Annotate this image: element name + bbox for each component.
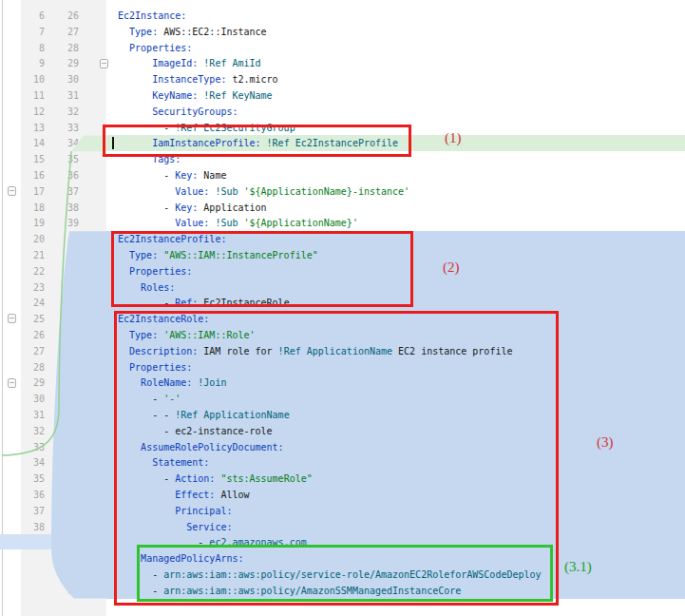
line-number-new: 58: [49, 519, 79, 535]
line-number-old: 12: [21, 104, 45, 120]
line-number-old: 19: [21, 215, 45, 231]
line-number-new: 33: [49, 120, 79, 136]
line-number-old: 9: [21, 55, 45, 71]
line-number-old: 18: [21, 200, 45, 216]
code-token: Name: [198, 170, 226, 181]
fold-marker-icon[interactable]: [100, 59, 108, 68]
line-number-new: 56: [49, 487, 79, 503]
line-number-new: 30: [49, 71, 79, 87]
code-text: ImageId: !Ref AmiId: [112, 55, 261, 71]
line-number-old: 6: [21, 8, 45, 24]
line-number-old: 14: [21, 135, 45, 151]
line-number-old: 35: [21, 471, 45, 487]
line-number-new: 36: [49, 167, 79, 183]
line-number-new: 54: [49, 454, 79, 471]
fold-marker-icon[interactable]: [8, 186, 16, 196]
code-line-38[interactable]: 1838 - Key: Application: [0, 200, 685, 216]
annotation-box-1: [103, 125, 411, 157]
line-number-new: 45: [49, 311, 79, 327]
code-line-30[interactable]: 1030 InstanceType: t2.micro: [0, 71, 685, 87]
code-token: ImageId:: [152, 58, 198, 68]
diff-editor: 626 Ec2Instance:727 Type: AWS::EC2::Inst…: [0, 0, 685, 616]
code-line-37[interactable]: 1737 Value: !Sub '${ApplicationName}-ins…: [0, 183, 685, 200]
line-number-old: 32: [21, 423, 45, 439]
code-text: SecurityGroups:: [112, 104, 238, 120]
code-text: Value: !Sub '${ApplicationName}': [112, 215, 358, 231]
code-token: Key:: [175, 170, 198, 181]
code-token: !Sub: [209, 218, 238, 228]
code-token: '${ApplicationName}-instance': [238, 186, 409, 197]
code-line-32[interactable]: 1232 SecurityGroups:: [0, 104, 685, 120]
line-number-new: 46: [49, 327, 79, 343]
code-token: Value:: [175, 186, 209, 197]
code-line-28[interactable]: 828 Properties:: [0, 40, 685, 56]
code-text: InstanceType: t2.micro: [112, 71, 278, 87]
annotation-box-2: [111, 231, 413, 307]
code-token: -: [163, 170, 175, 181]
code-token: Type:: [129, 27, 158, 37]
line-number-new: 26: [49, 8, 79, 24]
line-number-new: 53: [49, 439, 79, 455]
line-number-old: 15: [21, 151, 45, 167]
line-number-new: 38: [49, 200, 79, 216]
line-number-old: 29: [21, 375, 45, 391]
code-line-26[interactable]: 626 Ec2Instance:: [0, 8, 685, 24]
line-number-old: 22: [21, 263, 45, 279]
line-number-new: 37: [49, 183, 79, 200]
line-number-old: 34: [21, 454, 45, 471]
code-token: Ec2Instance:: [118, 10, 186, 21]
line-number-new: 40: [49, 231, 79, 247]
line-number-old: 39: [21, 534, 45, 550]
annotation-label-(3): (3): [597, 435, 614, 450]
line-number-old: 10: [21, 71, 45, 87]
line-number-old: 37: [21, 503, 45, 519]
line-number-new: 51: [49, 407, 79, 423]
code-text: Ec2Instance:: [112, 8, 186, 24]
line-number-old: 31: [21, 407, 45, 423]
line-number-new: 39: [49, 215, 79, 231]
line-number-new: 27: [49, 24, 79, 40]
line-number-old: 28: [21, 359, 45, 375]
line-number-new: 59: [49, 534, 79, 550]
fold-marker-icon[interactable]: [8, 378, 16, 388]
code-line-31[interactable]: 1131 KeyName: !Ref KeyName: [0, 87, 685, 104]
line-number-old: 20: [21, 231, 45, 247]
code-line-27[interactable]: 727 Type: AWS::EC2::Instance: [0, 24, 685, 40]
line-number-new: 52: [49, 423, 79, 439]
line-number-old: 26: [21, 327, 45, 343]
annotation-box-3.1: [137, 545, 553, 602]
line-number-old: 27: [21, 343, 45, 359]
code-token: '${ApplicationName}': [238, 218, 357, 228]
line-number-new: 49: [49, 375, 79, 391]
line-number-old: 13: [21, 120, 45, 136]
fold-marker-icon[interactable]: [8, 314, 16, 323]
line-number-new: 28: [49, 40, 79, 56]
line-number-new: 47: [49, 343, 79, 359]
line-number-new: 57: [49, 503, 79, 519]
line-number-new: 62: [49, 583, 79, 599]
line-number-old: 21: [21, 247, 45, 263]
code-token: t2.micro: [226, 74, 277, 85]
line-number-old: 23: [21, 279, 45, 296]
code-token: Application: [198, 202, 266, 213]
line-number-new: 41: [49, 247, 79, 263]
code-token: AWS::EC2::Instance: [158, 27, 266, 37]
code-token: Value:: [175, 218, 209, 228]
code-line-36[interactable]: 1636 - Key: Name: [0, 167, 685, 183]
line-number-old: 16: [21, 167, 45, 183]
code-token: !Sub: [209, 186, 238, 197]
line-number-new: 55: [49, 471, 79, 487]
annotation-label-(3.1): (3.1): [564, 560, 592, 574]
line-number-old: 33: [21, 439, 45, 455]
line-number-new: 60: [49, 550, 79, 567]
code-text: Value: !Sub '${ApplicationName}-instance…: [112, 183, 409, 200]
line-number-old: 8: [21, 40, 45, 56]
line-number-new: 44: [49, 295, 79, 311]
line-number-new: 29: [49, 55, 79, 71]
code-line-39[interactable]: 1939 Value: !Sub '${ApplicationName}': [0, 215, 685, 231]
line-number-old: 24: [21, 295, 45, 311]
code-text: KeyName: !Ref KeyName: [112, 87, 273, 104]
code-text: - Key: Name: [112, 167, 226, 183]
code-text: - Key: Application: [112, 200, 267, 216]
line-number-new: 43: [49, 279, 79, 296]
